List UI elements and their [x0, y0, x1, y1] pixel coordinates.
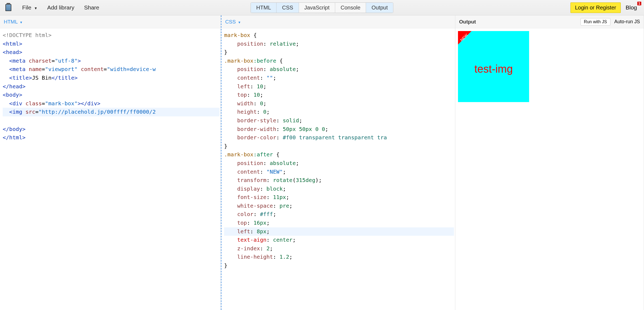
- auto-run-js-toggle[interactable]: Auto-run JS: [614, 19, 640, 25]
- panel-css-header: CSS ▼: [221, 15, 455, 28]
- panel-output: Output Run with JS Auto-run JS NEW test-…: [455, 15, 644, 310]
- css-editor[interactable]: mark-box { position: relative; } .mark-b…: [221, 28, 455, 273]
- panel-html: HTML ▼ <!DOCTYPE html> <html> <head> <me…: [0, 15, 221, 310]
- output-mark-box: NEW test-img: [458, 31, 529, 102]
- html-editor[interactable]: <!DOCTYPE html> <html> <head> <meta char…: [0, 28, 221, 145]
- placeholder-image-text: test-img: [458, 63, 529, 75]
- output-viewport: NEW test-img: [455, 28, 644, 105]
- tab-html[interactable]: HTML: [251, 3, 277, 13]
- toolbar-right: Login or Register Blog 1: [570, 2, 642, 13]
- top-toolbar: File ▼ Add library Share HTML CSS JavaSc…: [0, 0, 644, 15]
- blog-label: Blog: [626, 4, 637, 11]
- file-menu-label: File: [22, 4, 31, 11]
- blog-link[interactable]: Blog 1: [626, 4, 640, 11]
- jsbin-logo-icon[interactable]: [4, 3, 12, 12]
- share-menu[interactable]: Share: [79, 3, 104, 12]
- panel-output-header: Output Run with JS Auto-run JS: [455, 15, 644, 28]
- run-with-js-button[interactable]: Run with JS: [580, 18, 610, 26]
- caret-down-icon: ▼: [19, 21, 23, 24]
- file-menu[interactable]: File ▼: [17, 3, 42, 12]
- ribbon-new-label: NEW: [459, 33, 469, 42]
- panel-html-header: HTML ▼: [0, 15, 221, 28]
- blog-badge: 1: [637, 2, 641, 5]
- panel-html-label[interactable]: HTML ▼: [4, 19, 23, 25]
- panel-css-label[interactable]: CSS ▼: [225, 19, 241, 25]
- tab-output[interactable]: Output: [366, 3, 393, 13]
- panel-tabs: HTML CSS JavaScript Console Output: [251, 2, 393, 13]
- login-register-button[interactable]: Login or Register: [570, 2, 621, 13]
- add-library-menu[interactable]: Add library: [42, 3, 79, 12]
- caret-down-icon: ▼: [34, 6, 38, 10]
- panel-css: CSS ▼ mark-box { position: relative; } .…: [221, 15, 455, 310]
- tab-console[interactable]: Console: [335, 3, 366, 13]
- output-controls: Run with JS Auto-run JS: [580, 18, 640, 26]
- tab-javascript[interactable]: JavaScript: [299, 3, 335, 13]
- panel-output-label: Output: [459, 19, 476, 25]
- editor-panels: HTML ▼ <!DOCTYPE html> <html> <head> <me…: [0, 15, 644, 310]
- tab-css[interactable]: CSS: [277, 3, 299, 13]
- toolbar-left: File ▼ Add library Share: [2, 3, 104, 12]
- caret-down-icon: ▼: [238, 21, 241, 24]
